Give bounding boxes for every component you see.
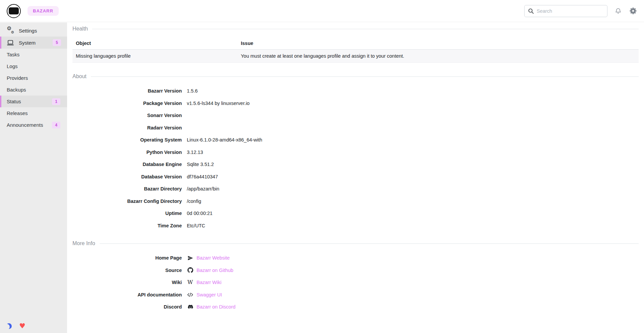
sidebar-item-status[interactable]: Status 1 [0,96,67,107]
bazarr-logo-subtitle-line [9,15,18,16]
about-row-value: 1.5.6 [187,88,639,94]
section-divider [91,76,639,77]
sidebar-section-label: System [19,40,36,46]
gear-icon [630,7,637,14]
bazarr-logo[interactable] [7,4,21,18]
about-row-value: Linux-6.1.0-28-amd64-x86_64-with [187,137,639,143]
health-issue-cell: You must create at least one languages p… [237,50,639,62]
more-info-row-label: Source [72,268,182,273]
about-row-label: Package Version [72,101,182,106]
external-link[interactable]: Bazarr Website [197,255,230,261]
about-row-value: v1.5.6-ls344 by linuxserver.io [187,101,639,106]
more-info-rows: Home Page Bazarr Website Source Bazarr o… [72,252,639,313]
about-row-label: Database Engine [72,162,182,167]
more-info-row: Source Bazarr on Github [72,264,639,277]
notifications-bell-button[interactable] [614,7,622,15]
item-count-badge: 1 [52,98,60,105]
about-row-label: Uptime [72,211,182,216]
sidebar-item-announcements[interactable]: Announcements 4 [0,119,67,131]
sidebar: ⚙⚙ Settings System 5 Tasks Logs Provider… [0,22,67,333]
sidebar-section-system[interactable]: System 5 [0,37,67,49]
about-row-value: /config [187,199,639,204]
about-row-value: Sqlite 3.51.2 [187,162,639,167]
about-row-label: Radarr Version [72,125,182,130]
about-row: Operating System Linux-6.1.0-28-amd64-x8… [72,134,639,146]
more-info-row: Discord Bazarr on Discord [72,301,639,313]
more-info-title-text: More Info [72,240,95,246]
laptop-icon [6,40,15,46]
about-section: About Bazarr Version 1.5.6 Package Versi… [72,73,639,232]
about-section-title: About [72,73,639,80]
about-row-value: df76a4410347 [187,174,639,179]
column-header-object: Object [72,37,237,49]
about-row: Bazarr Config Directory /config [72,195,639,208]
sidebar-footer: ♥ [6,323,25,330]
about-row-value: 3.12.13 [187,150,639,155]
sidebar-item-label: Providers [7,75,28,81]
external-link[interactable]: Bazarr Wiki [197,280,221,285]
settings-gear-button[interactable] [629,7,637,15]
external-link[interactable]: Bazarr on Discord [197,304,235,310]
about-title-text: About [72,73,87,79]
sidebar-item-label: Logs [7,63,18,69]
more-info-row: Home Page Bazarr Website [72,252,639,264]
bell-icon [615,8,622,14]
about-rows: Bazarr Version 1.5.6 Package Version v1.… [72,85,639,232]
column-header-issue: Issue [237,37,639,49]
about-row-label: Bazarr Directory [72,186,182,191]
sidebar-section-settings[interactable]: ⚙⚙ Settings [0,24,67,37]
sidebar-item-label: Tasks [7,52,19,57]
discord-icon [187,304,194,309]
about-row: Uptime 0d 00:00:21 [72,207,639,220]
sidebar-item-releases[interactable]: Releases [0,107,67,119]
more-info-row-label: Discord [72,304,182,310]
external-link[interactable]: Bazarr on Github [197,268,233,273]
about-row-value: 0d 00:00:21 [187,211,639,216]
search-input[interactable] [537,8,604,14]
app-title-badge: BAZARR [28,6,59,16]
about-row-label: Sonarr Version [72,113,182,118]
about-row-label: Bazarr Config Directory [72,199,182,204]
health-table-body: Missing languages profile You must creat… [72,50,639,63]
sidebar-system-subitems: Tasks Logs Providers Backups Status 1 Re… [0,49,67,131]
more-info-row-label: API documentation [72,292,182,297]
about-row: Database Engine Sqlite 3.51.2 [72,158,639,171]
more-info-row: Wiki W Bazarr Wiki [72,276,639,289]
top-bar: BAZARR [0,0,644,22]
system-status-page: Health Object Issue Missing languages pr… [67,0,644,313]
sidebar-section-label: Settings [19,28,37,34]
heart-icon[interactable]: ♥ [19,323,25,330]
sidebar-item-backups[interactable]: Backups [0,84,67,96]
about-row-label: Database Version [72,174,182,179]
paper-plane-icon [187,255,194,261]
about-row: Python Version 3.12.13 [72,146,639,159]
code-icon [187,292,194,297]
more-info-row-label: Wiki [72,280,182,285]
health-table-row: Missing languages profile You must creat… [72,50,639,63]
moon-icon[interactable] [6,323,12,329]
health-table-header: Object Issue [72,37,639,50]
about-row-label: Bazarr Version [72,88,182,94]
external-link[interactable]: Swagger UI [197,292,222,297]
more-info-section-title: More Info [72,240,639,247]
about-row: Bazarr Directory /app/bazarr/bin [72,183,639,195]
about-row: Time Zone Etc/UTC [72,220,639,232]
sidebar-item-tasks[interactable]: Tasks [0,49,67,60]
search-box[interactable] [524,5,607,17]
system-count-badge: 5 [53,39,61,46]
more-info-section: More Info Home Page Bazarr Website Sourc… [72,240,639,313]
item-count-badge: 4 [52,122,60,128]
sidebar-item-logs[interactable]: Logs [0,60,67,72]
health-section-title: Health [72,25,639,33]
about-row-value: /app/bazarr/bin [187,186,639,191]
about-row: Radarr Version [72,122,639,134]
health-table: Object Issue Missing languages profile Y… [72,37,639,63]
topbar-actions [524,5,637,17]
more-info-row: API documentation Swagger UI [72,289,639,301]
about-row-label: Python Version [72,150,182,155]
sidebar-item-providers[interactable]: Providers [0,72,67,84]
section-divider [92,29,639,29]
about-row-label: Operating System [72,137,182,143]
about-row: Package Version v1.5.6-ls344 by linuxser… [72,97,639,110]
about-row: Bazarr Version 1.5.6 [72,85,639,97]
